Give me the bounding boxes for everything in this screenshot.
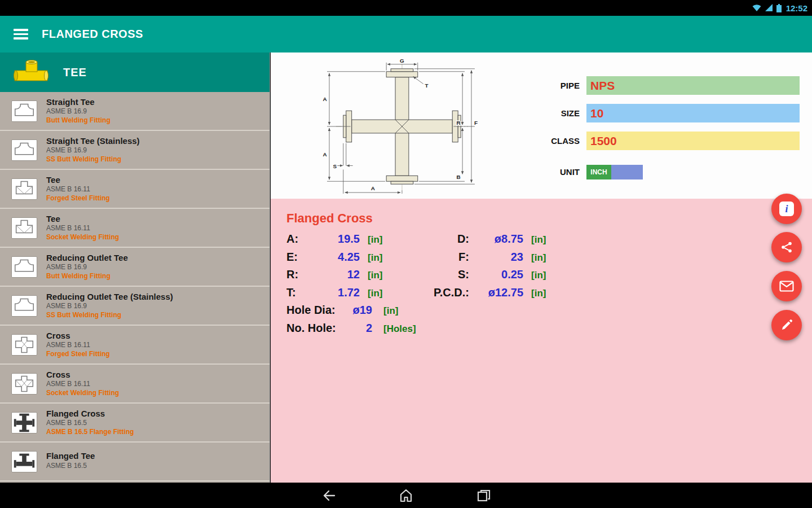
flanged-cross-icon [11, 412, 37, 433]
clock: 12:52 [786, 3, 807, 13]
results-title: Flanged Cross [286, 211, 812, 226]
unit-label: UNIT [474, 165, 580, 179]
dim-label-r: R [457, 120, 461, 126]
unit-toggle-track[interactable] [611, 165, 643, 179]
back-icon [320, 488, 336, 503]
main-panel: G T A A R F B S A PIPE NPS SIZE 10 CLASS… [271, 52, 812, 483]
dim-label-a-lower: A [323, 151, 326, 157]
page-title: FLANGED CROSS [42, 28, 143, 41]
dim-label-t: T [425, 82, 429, 89]
results-panel: Flanged Cross A: 19.5 [in] D: ø8.75 [in]… [271, 199, 812, 483]
reducing-tee-icon [11, 295, 37, 317]
dim-label-b: B [457, 174, 461, 180]
no-hole-row: No. Hole: 2 [Holes] [286, 322, 812, 340]
size-label: SIZE [474, 104, 580, 122]
app-bar: FLANGED CROSS [0, 16, 812, 52]
flanged-tee-icon [11, 451, 37, 472]
tee-3d-icon [14, 59, 48, 85]
info-button[interactable]: i [771, 194, 802, 224]
email-icon [779, 281, 794, 292]
socket-tee-icon [11, 217, 37, 239]
hole-dia-row: Hole Dia: ø19 [in] [286, 304, 812, 322]
unit-toggle-inch[interactable]: INCH [586, 165, 611, 179]
dim-label-g: G [400, 58, 404, 64]
wifi-icon [752, 4, 761, 12]
sidebar: TEE Straight Tee ASME B 16.9 Butt Weldin… [0, 52, 270, 483]
sidebar-item-cross-socket[interactable]: Cross ASME B 16.11 Socket Welding Fittin… [0, 365, 270, 404]
butt-weld-tee-icon [11, 100, 37, 122]
share-icon [780, 241, 793, 253]
recents-button[interactable] [475, 487, 493, 505]
dim-label-a-bottom: A [371, 185, 375, 191]
sidebar-item-cross-forged[interactable]: Cross ASME B 16.11 Forged Steel Fitting [0, 326, 270, 365]
reducing-tee-icon [11, 256, 37, 278]
cross-icon [11, 334, 37, 356]
cell-signal-icon [765, 4, 773, 12]
home-button[interactable] [397, 487, 415, 505]
recents-icon [476, 488, 492, 503]
class-select[interactable]: 1500 [586, 132, 800, 150]
cross-icon [11, 373, 37, 395]
share-button[interactable] [771, 232, 802, 262]
pipe-label: PIPE [474, 76, 580, 95]
butt-weld-tee-icon [11, 139, 37, 161]
info-icon: i [779, 202, 794, 216]
home-icon [398, 488, 414, 503]
sidebar-item-straight-tee-stainless[interactable]: Straight Tee (Stainless) ASME B 16.9 SS … [0, 131, 270, 170]
sidebar-item-reducing-outlet-tee-stainless[interactable]: Reducing Outlet Tee (Stainless) ASME B 1… [0, 287, 270, 326]
sidebar-item-flanged-cross[interactable]: Flanged Cross ASME B 16.5 ASME B 16.5 Fl… [0, 404, 270, 443]
flanged-cross-drawing: G T A A R F B S A [311, 55, 487, 199]
feedback-button[interactable] [771, 310, 802, 340]
navigation-bar [0, 483, 812, 508]
dim-row-a-d: A: 19.5 [in] D: ø8.75 [in] [286, 233, 812, 251]
pipe-select[interactable]: NPS [586, 76, 800, 95]
sidebar-group-label: TEE [63, 66, 87, 79]
sidebar-item-tee-socket[interactable]: Tee ASME B 16.11 Socket Welding Fitting [0, 209, 270, 248]
sidebar-group-tee[interactable]: TEE [0, 52, 270, 92]
back-button[interactable] [319, 487, 337, 505]
unit-toggle[interactable]: INCH [586, 165, 643, 179]
battery-icon [776, 4, 782, 12]
feedback-pen-icon [780, 319, 793, 331]
class-label: CLASS [474, 132, 580, 150]
dim-row-r-s: R: 12 [in] S: 0.25 [in] [286, 268, 812, 286]
sidebar-item-flanged-tee[interactable]: Flanged Tee ASME B 16.5 [0, 443, 270, 481]
dim-row-t-pcd: T: 1.72 [in] P.C.D.: ø12.75 [in] [286, 286, 812, 304]
sidebar-item-tee-forged[interactable]: Tee ASME B 16.11 Forged Steel Fitting [0, 170, 270, 209]
sidebar-item-reducing-outlet-tee[interactable]: Reducing Outlet Tee ASME B 16.9 Butt Wel… [0, 248, 270, 287]
size-select[interactable]: 10 [586, 104, 800, 122]
dim-label-a-upper: A [323, 96, 326, 102]
dim-label-s: S [333, 163, 337, 169]
status-bar: 12:52 [0, 0, 812, 16]
dim-row-e-f: E: 4.25 [in] F: 23 [in] [286, 251, 812, 269]
email-button[interactable] [771, 271, 802, 301]
menu-icon[interactable] [14, 29, 28, 40]
forged-tee-icon [11, 178, 37, 200]
sidebar-item-straight-tee[interactable]: Straight Tee ASME B 16.9 Butt Welding Fi… [0, 92, 270, 131]
